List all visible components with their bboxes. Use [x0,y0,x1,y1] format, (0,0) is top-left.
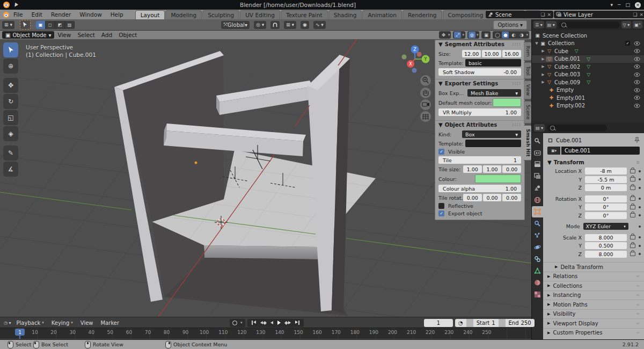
transform-tool[interactable]: ◈ [3,126,18,141]
start-frame-field[interactable]: Start1 [473,320,499,326]
proportional-editing-toggle[interactable]: ◉ [301,21,309,29]
snap-settings-dropdown[interactable]: ⊞ ▾ [284,21,296,29]
tile-rot-z-field[interactable]: 0.00 [502,194,521,201]
scale-z-field[interactable]: 8.000 [585,251,627,258]
expand-icon[interactable]: ▶ [540,72,546,77]
tile-size-x-field[interactable]: 1.00 [463,165,482,173]
cursor-tool[interactable]: ⊕ [3,59,18,74]
outliner-funnel-filter[interactable]: ▽ ▾ [621,21,632,28]
editor-type-button[interactable]: ⊞ ▾ [2,21,14,29]
current-frame-field[interactable]: 1 [424,319,453,327]
colour-alpha-slider[interactable]: Colour alpha1.00 [438,185,521,192]
pivot-point-dropdown[interactable]: ◎ ▾ [254,21,266,29]
menu-edit[interactable]: Edit [27,11,47,18]
rotate-tool[interactable]: ↻ [3,94,18,109]
tab-modeling[interactable]: Modeling [165,10,202,19]
animate-dot[interactable] [639,170,641,172]
select-mode-box[interactable]: ◻ [46,21,55,29]
object-menu[interactable]: Object [115,32,140,38]
tile-rot-x-field[interactable]: 0.00 [463,194,482,201]
transform-panel-header[interactable]: ▼ Transform≡ [543,158,644,166]
eye-icon[interactable] [634,72,640,77]
properties-editor-dropdown[interactable]: ▤ ▾ [534,124,545,132]
tab-rendering[interactable]: Rendering [402,10,442,19]
reflective-checkbox[interactable] [438,203,444,209]
shading-solid-icon[interactable]: ● [502,32,509,38]
tab-object-icon[interactable] [532,206,544,217]
animate-dot[interactable] [639,236,641,238]
auto-keying-button[interactable]: ▾ [230,319,245,327]
outliner-row-empty-002[interactable]: ✚ Empty.002 [532,102,644,110]
outliner-row-cube[interactable]: ▶ ▽ Cube ▽ [532,47,644,55]
select-menu[interactable]: Select [74,32,98,38]
sidebar-tab-view[interactable]: View [524,81,532,99]
sidebar-tab-item[interactable]: Item [524,42,532,61]
outliner-row-empty-001[interactable]: ✚ Empty.001 [532,94,644,102]
overlays-toggle-icon[interactable]: ◎ [469,32,475,38]
remove-view-layer-icon[interactable]: × [639,12,643,17]
outliner-row-collection[interactable]: ▼ ▣ Collection ✓ [532,40,644,48]
pin-icon[interactable] [634,137,640,143]
segment-attributes-header[interactable]: ▼ Segment Attributes:::: [435,40,524,48]
eye-icon[interactable] [634,80,640,84]
exporter-settings-header[interactable]: ▼ Exporter Settings:::: [435,79,524,88]
outliner-row-empty[interactable]: ✚ Empty [532,86,644,94]
tile-rot-y-field[interactable]: 0.00 [483,194,502,201]
tab-layout[interactable]: Layout [135,10,165,19]
section-visibility[interactable]: ▶Visibility≡ [543,309,644,319]
gizmo-dropdown[interactable]: ▾ [448,33,450,37]
section-viewport-display[interactable]: ▶Viewport Display≡ [543,318,644,328]
outliner-row-cube-002[interactable]: ▶ ▽ Cube.002 ▽ [532,63,644,71]
add-menu[interactable]: Add [98,32,115,38]
outliner-row-scene-collection[interactable]: ▣ Scene Collection [532,32,644,40]
view-menu[interactable]: View [54,32,74,38]
tab-texture-icon[interactable] [532,289,544,300]
timeline-marker-menu[interactable]: Marker [97,320,123,326]
xray-toggle-icon[interactable]: ▣ [482,32,489,38]
window-maximize-icon[interactable]: □ [625,2,630,8]
eye-icon[interactable] [634,88,640,92]
template-input[interactable]: basic [465,59,521,67]
properties-search-input[interactable] [547,125,607,132]
copy-scene-icon[interactable]: ❏ [540,12,545,17]
axis-z-neg-ball[interactable] [412,68,417,73]
scene-selector[interactable]: Scene ❏ × [486,11,553,18]
tab-scene-icon[interactable] [532,183,544,194]
camera-view-button[interactable] [420,99,431,110]
select-box-tool[interactable] [3,42,18,57]
section-custom-properties[interactable]: ▶Custom Properties≡ [543,328,644,338]
eye-icon[interactable] [634,104,640,108]
lock-icon[interactable] [630,177,635,181]
outliner-row-cube-001[interactable]: ▶ ▽ Cube.001 ▽ [532,55,644,63]
object-template-input[interactable] [465,140,521,147]
menu-help[interactable]: Help [106,11,128,18]
expand-icon[interactable]: ▼ [534,41,539,46]
use-preview-range-icon[interactable]: ◔ [455,320,466,326]
outliner-display-mode-dropdown[interactable]: ☰ ▾ [533,21,544,28]
eye-icon[interactable] [634,57,640,61]
eye-icon[interactable] [634,41,640,46]
tab-object-data-icon[interactable] [532,265,544,277]
view-layer-selector[interactable]: View Layer ❏ × [554,11,644,18]
transform-orientation-dropdown[interactable]: ⤧ Global ▾ [221,21,250,29]
overlays-dropdown[interactable]: ▾ [477,33,479,37]
axis-x-neg-ball[interactable] [417,52,422,57]
rotation-mode-dropdown[interactable]: XYZ Euler▾ [583,223,628,230]
playhead-marker[interactable]: 1 [15,329,25,336]
lock-icon[interactable] [630,244,635,248]
tile-slider[interactable]: Tile1 [438,156,521,164]
tab-material-icon[interactable] [532,277,544,288]
animate-dot[interactable] [639,187,641,189]
tab-output-icon[interactable] [532,159,544,170]
jump-to-start-button[interactable] [252,321,256,325]
proportional-falloff-dropdown[interactable]: ∿ ▾ [313,21,326,29]
sidebar-tab-smash-hit[interactable]: Smash Hit [524,125,532,161]
kind-dropdown[interactable]: Box▾ [462,130,521,138]
size-x-field[interactable]: 12.00 [462,50,481,57]
tab-particles-icon[interactable] [532,230,544,241]
visible-checkbox[interactable]: ✓ [438,149,444,155]
3d-viewport[interactable]: User Perspective (1) Collection | Cube.0… [0,39,531,317]
options-button[interactable]: Options ▾ [493,20,527,30]
expand-icon[interactable]: ▶ [540,49,546,53]
timeline-editor-dropdown[interactable]: ◷ ▾ [2,319,13,326]
